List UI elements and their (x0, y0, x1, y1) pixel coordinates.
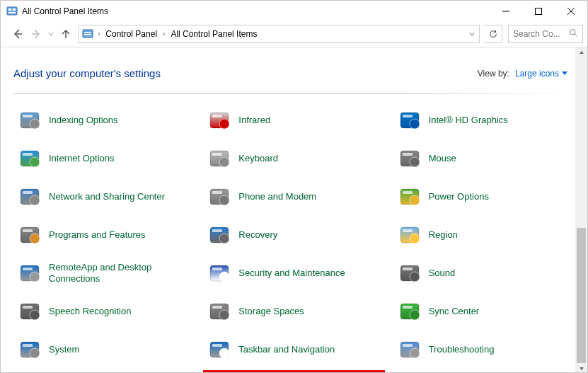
forward-button[interactable] (28, 25, 45, 42)
item-label: Troubleshooting (429, 344, 495, 355)
item-label: Recovery (238, 229, 277, 241)
item-icon (18, 338, 42, 362)
cp-item-security-and-maintenance[interactable]: Security and Maintenance (203, 256, 384, 291)
cp-item-user-accounts[interactable]: User Accounts (13, 370, 195, 373)
cp-item-windows-defender-firewall[interactable]: Windows Defender Firewall (203, 370, 384, 373)
item-icon (398, 147, 422, 171)
control-panel-icon (6, 6, 18, 17)
vertical-scrollbar[interactable] (575, 47, 587, 373)
svg-point-23 (30, 157, 40, 167)
svg-rect-18 (212, 115, 222, 117)
maximize-button[interactable] (522, 1, 555, 22)
item-label: Mouse (429, 153, 456, 164)
cp-item-troubleshooting[interactable]: Troubleshooting (393, 332, 575, 367)
svg-rect-2 (13, 8, 16, 11)
svg-point-14 (30, 119, 40, 129)
cp-item-remoteapp-and-desktop-connections[interactable]: RemoteApp and Desktop Connections (13, 256, 195, 291)
cp-item-power-options[interactable]: Power Options (393, 179, 575, 214)
refresh-button[interactable] (484, 25, 502, 43)
item-label: Infrared (238, 115, 270, 126)
item-icon (18, 185, 42, 209)
svg-rect-39 (403, 191, 413, 194)
svg-point-32 (30, 195, 40, 205)
svg-rect-51 (23, 268, 33, 270)
navigation-bar: › Control Panel › All Control Panel Item… (1, 22, 587, 47)
svg-point-44 (219, 234, 229, 243)
item-label: Intel® HD Graphics (429, 115, 508, 126)
breadcrumb[interactable]: › Control Panel › All Control Panel Item… (79, 25, 480, 43)
svg-rect-24 (23, 153, 33, 156)
cp-item-storage-spaces[interactable]: Storage Spaces (203, 294, 384, 329)
svg-point-71 (219, 348, 229, 358)
item-label: Sound (429, 268, 456, 279)
history-dropdown-icon[interactable] (46, 25, 56, 42)
scroll-up-icon[interactable] (575, 47, 587, 58)
cp-item-infrared[interactable]: Infrared (203, 103, 384, 138)
svg-rect-54 (212, 268, 222, 270)
svg-rect-60 (23, 306, 33, 309)
breadcrumb-drop-icon[interactable] (465, 25, 479, 42)
item-icon (398, 108, 422, 132)
chevron-right-icon[interactable]: › (161, 30, 166, 38)
cp-item-region[interactable]: Region (393, 217, 575, 253)
minimize-button[interactable] (490, 1, 522, 22)
cp-item-recovery[interactable]: Recovery (203, 217, 384, 253)
item-icon (18, 299, 42, 323)
item-icon (207, 108, 231, 132)
cp-item-sync-center[interactable]: Sync Center (393, 294, 575, 329)
search-input[interactable]: Search Co... (508, 25, 583, 43)
view-by-control: View by: Large icons (478, 69, 567, 79)
cp-item-internet-options[interactable]: Internet Options (13, 141, 195, 176)
separator (13, 93, 575, 94)
cp-item-sound[interactable]: Sound (393, 256, 575, 291)
svg-rect-42 (23, 229, 33, 232)
svg-rect-69 (23, 344, 33, 347)
cp-item-mouse[interactable]: Mouse (393, 141, 575, 176)
svg-rect-8 (83, 30, 93, 38)
item-label: Region (429, 229, 458, 241)
item-icon (398, 223, 422, 247)
back-button[interactable] (9, 25, 26, 42)
svg-rect-5 (536, 8, 542, 15)
svg-point-17 (219, 119, 229, 129)
svg-rect-57 (403, 268, 413, 270)
cp-item-indexing-options[interactable]: Indexing Options (13, 103, 195, 138)
breadcrumb-current[interactable]: All Control Panel Items (166, 25, 261, 42)
svg-point-11 (570, 29, 575, 34)
close-button[interactable] (555, 1, 587, 22)
item-label: Security and Maintenance (238, 268, 345, 279)
cp-item-phone-and-modem[interactable]: Phone and Modem (203, 179, 384, 214)
cp-item-network-and-sharing-center[interactable]: Network and Sharing Center (13, 179, 195, 214)
svg-rect-9 (84, 32, 91, 33)
item-icon (18, 108, 42, 132)
item-label: RemoteApp and Desktop Connections (49, 262, 190, 285)
viewby-dropdown[interactable]: Large icons (515, 69, 567, 79)
item-label: Programs and Features (49, 229, 146, 241)
item-label: Indexing Options (49, 115, 118, 126)
svg-line-12 (575, 34, 577, 36)
chevron-right-icon[interactable]: › (96, 30, 101, 38)
svg-rect-48 (403, 229, 413, 232)
viewby-label: View by: (478, 69, 509, 79)
svg-rect-0 (7, 7, 17, 15)
cp-item-system[interactable]: System (13, 332, 195, 367)
up-button[interactable] (57, 25, 74, 42)
cp-item-taskbar-and-navigation[interactable]: Taskbar and Navigation (203, 332, 384, 367)
breadcrumb-root[interactable]: Control Panel (101, 25, 161, 42)
viewby-value: Large icons (515, 69, 559, 79)
item-label: Network and Sharing Center (49, 191, 165, 202)
cp-item-programs-and-features[interactable]: Programs and Features (13, 217, 195, 253)
cp-item-keyboard[interactable]: Keyboard (203, 141, 384, 176)
item-icon (207, 338, 231, 362)
cp-item-windows-to-go[interactable]: Windows To Go (393, 370, 575, 373)
svg-point-65 (410, 310, 420, 320)
item-label: Storage Spaces (238, 306, 304, 317)
item-icon (207, 299, 231, 323)
items-grid: Indexing Options Infrared Intel® HD Grap… (13, 103, 575, 373)
scroll-down-icon[interactable] (575, 363, 587, 373)
cp-item-speech-recognition[interactable]: Speech Recognition (13, 294, 195, 329)
cp-item-intel-hd-graphics[interactable]: Intel® HD Graphics (393, 103, 575, 138)
scrollbar-thumb[interactable] (577, 228, 586, 363)
item-label: Phone and Modem (238, 191, 316, 202)
svg-point-56 (410, 272, 420, 282)
